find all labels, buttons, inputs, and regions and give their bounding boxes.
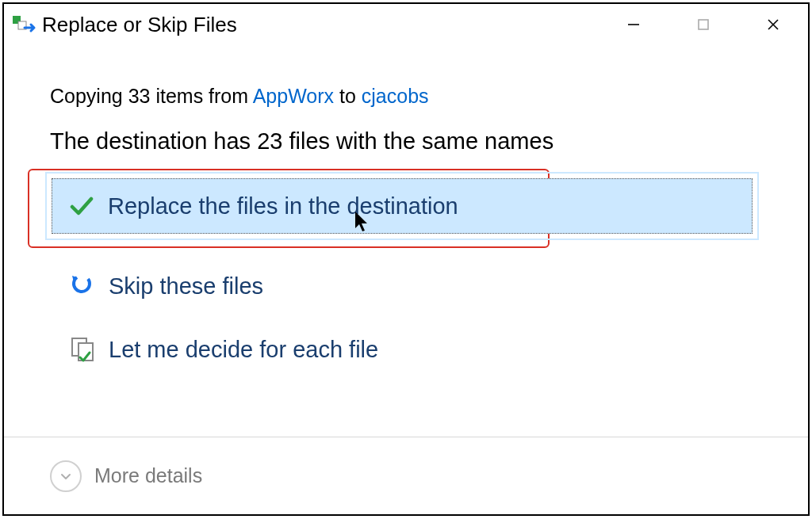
status-prefix: Copying 33 items from [50, 85, 253, 107]
titlebar: Replace or Skip Files [4, 4, 808, 45]
dialog-window: Replace or Skip Files Copying 33 items f… [2, 2, 810, 516]
close-button[interactable] [738, 4, 808, 45]
decide-label: Let me decide for each file [109, 337, 378, 363]
undo-arrow-icon [69, 273, 109, 300]
status-mid: to [334, 85, 362, 107]
checkmark-icon [68, 193, 108, 219]
dialog-content: Copying 33 items from AppWorx to cjacobs… [4, 45, 808, 437]
window-controls [599, 4, 808, 45]
dest-link[interactable]: cjacobs [362, 85, 429, 107]
skip-label: Skip these files [109, 273, 263, 300]
skip-option[interactable]: Skip these files [50, 254, 762, 318]
decide-option[interactable]: Let me decide for each file [50, 318, 762, 381]
annotation-highlight: Replace the files in the destination [28, 169, 550, 248]
svg-rect-3 [699, 20, 708, 29]
window-title: Replace or Skip Files [42, 13, 237, 37]
maximize-button[interactable] [668, 4, 738, 45]
footer: More details [4, 437, 808, 514]
minimize-button[interactable] [599, 4, 668, 45]
copy-transfer-icon [12, 13, 37, 36]
compare-files-icon [69, 335, 109, 364]
more-details-label[interactable]: More details [94, 464, 202, 487]
options-list: Skip these files Let me decide for each … [50, 254, 762, 381]
replace-option[interactable]: Replace the files in the destination [52, 178, 753, 234]
replace-label: Replace the files in the destination [108, 193, 458, 219]
source-link[interactable]: AppWorx [253, 85, 334, 107]
status-line: Copying 33 items from AppWorx to cjacobs [50, 85, 762, 108]
chevron-down-icon[interactable] [50, 460, 82, 492]
conflict-message: The destination has 23 files with the sa… [50, 128, 762, 155]
